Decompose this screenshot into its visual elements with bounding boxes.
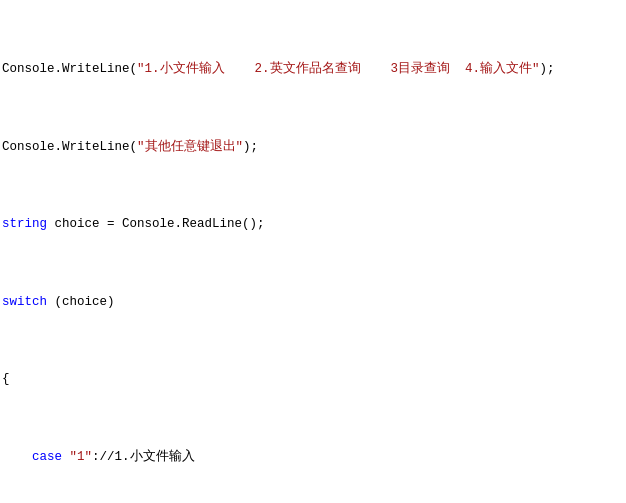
code-line-1: Console.WriteLine("1.小文件输入 2.英文作品名查询 3目录… xyxy=(0,60,626,79)
code-line-5: { xyxy=(0,370,626,389)
code-line-2: Console.WriteLine("其他任意键退出"); xyxy=(0,138,626,157)
code-line-4: switch (choice) xyxy=(0,293,626,312)
code-line-3: string choice = Console.ReadLine(); xyxy=(0,215,626,234)
code-editor: Console.WriteLine("1.小文件输入 2.英文作品名查询 3目录… xyxy=(0,0,626,503)
code-line-6: case "1"://1.小文件输入 xyxy=(0,448,626,467)
